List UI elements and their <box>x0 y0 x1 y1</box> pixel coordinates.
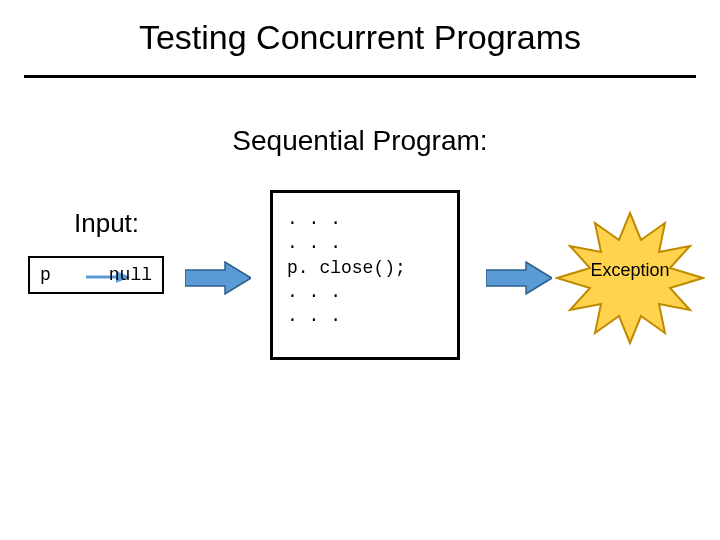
slide-title: Testing Concurrent Programs <box>0 18 720 57</box>
title-underline <box>24 75 696 78</box>
code-line: . . . <box>287 282 341 302</box>
slide: Testing Concurrent Programs Sequential P… <box>0 0 720 540</box>
section-subhead: Sequential Program: <box>0 125 720 157</box>
svg-marker-3 <box>486 262 552 294</box>
code-line: . . . <box>287 209 341 229</box>
svg-marker-2 <box>185 262 251 294</box>
input-value: null <box>109 260 152 290</box>
input-var: p <box>40 260 51 290</box>
arrow-icon <box>486 261 552 295</box>
exception-label: Exception <box>555 260 705 281</box>
code-line: . . . <box>287 306 341 326</box>
arrow-icon <box>185 261 251 295</box>
code-line: p. close(); <box>287 258 406 278</box>
code-line: . . . <box>287 233 341 253</box>
code-box: . . . . . . p. close(); . . . . . . <box>270 190 460 360</box>
input-heading: Input: <box>74 208 139 239</box>
input-box: p null <box>28 256 164 294</box>
